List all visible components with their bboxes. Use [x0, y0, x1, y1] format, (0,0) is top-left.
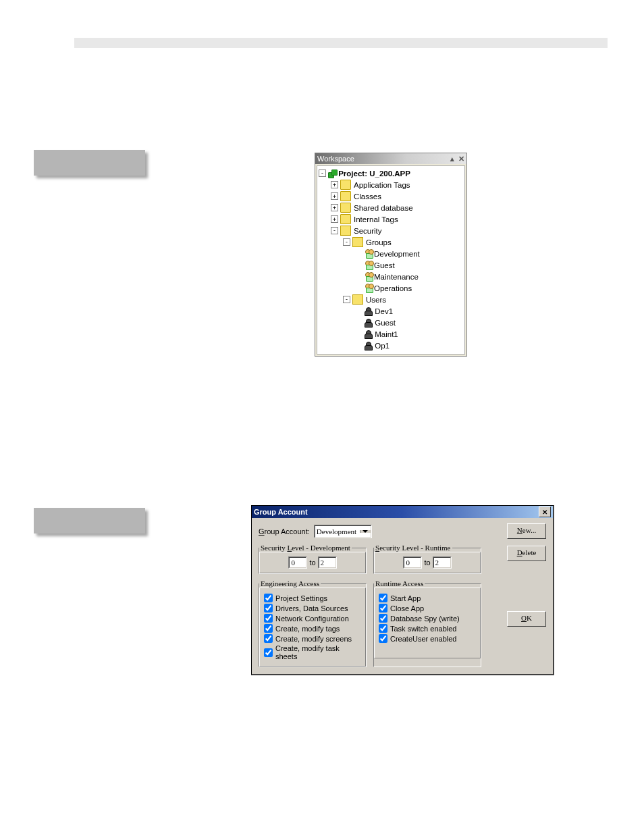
folder-icon	[340, 214, 351, 224]
expander-icon[interactable]: +	[331, 192, 338, 200]
tree-group[interactable]: Operations	[374, 284, 412, 292]
run-from-input[interactable]	[404, 557, 421, 568]
tree-item-groups[interactable]: Groups	[366, 238, 392, 246]
dev-from-input[interactable]	[289, 557, 306, 568]
tree-item-security[interactable]: Security	[354, 227, 382, 235]
tree-user[interactable]: Guest	[375, 319, 396, 327]
engineering-access-legend: Engineering Access	[259, 579, 321, 588]
chk-label: Create, modify tags	[275, 625, 340, 633]
folder-icon	[340, 180, 351, 190]
expander-icon[interactable]: -	[331, 227, 338, 234]
grey-badge-1	[34, 150, 145, 176]
tree-user[interactable]: Dev1	[375, 307, 393, 315]
group-icon	[364, 284, 374, 292]
workspace-titlebar: Workspace ▴ ✕	[315, 153, 466, 164]
chk-db-spy[interactable]	[379, 614, 387, 623]
group-icon	[364, 261, 374, 269]
folder-open-icon	[352, 237, 363, 247]
expander-icon[interactable]: -	[343, 238, 350, 246]
tree-group[interactable]: Guest	[374, 261, 395, 269]
chk-label: Create, modify task sheets	[275, 644, 361, 660]
chk-label: Network Configuration	[275, 615, 349, 623]
chk-network-config[interactable]	[264, 614, 273, 623]
close-button[interactable]: ✕	[539, 506, 551, 517]
tree-group[interactable]: Maintenance	[374, 273, 419, 281]
workspace-tree[interactable]: - Project: U_200.APP +Application Tags +…	[317, 165, 465, 355]
tree-item-users[interactable]: Users	[366, 296, 386, 304]
tree-item[interactable]: Application Tags	[354, 181, 410, 189]
workspace-window: Workspace ▴ ✕ - Project: U_200.APP +Appl…	[315, 153, 467, 357]
grey-badge-2	[34, 508, 145, 533]
chk-create-tasksheets[interactable]	[264, 648, 273, 657]
user-icon	[364, 307, 373, 315]
dropdown-icon[interactable]	[360, 530, 371, 533]
top-grey-bar	[74, 38, 608, 48]
workspace-title: Workspace	[317, 155, 354, 163]
tree-item[interactable]: Classes	[354, 192, 381, 201]
chk-label: Drivers, Data Sources	[275, 604, 348, 613]
tree-item[interactable]: Internal Tags	[354, 215, 398, 224]
group-account-label: Group Account:	[259, 527, 310, 536]
new-button[interactable]: New...	[507, 523, 546, 539]
security-level-run-legend: Security Level - Runtime	[374, 544, 452, 552]
chk-create-user[interactable]	[379, 634, 387, 643]
runtime-access-group: Runtime Access Start App Close App Datab…	[373, 579, 481, 667]
chk-label: CreateUser enabled	[390, 635, 456, 643]
chk-drivers[interactable]	[264, 604, 273, 613]
group-account-dialog: Group Account ✕ Group Account: New... De…	[251, 505, 554, 675]
chk-label: Project Settings	[275, 594, 327, 602]
chk-task-switch[interactable]	[379, 624, 387, 633]
engineering-access-group: Engineering Access Project Settings Driv…	[259, 579, 367, 667]
folder-icon	[340, 191, 351, 201]
expander-icon[interactable]: -	[343, 296, 350, 303]
chk-label: Create, modify screens	[275, 635, 352, 643]
group-account-combo[interactable]	[314, 525, 372, 538]
group-icon	[364, 272, 374, 281]
security-level-run-group: Security Level - Runtime to	[373, 544, 481, 574]
group-icon	[364, 249, 374, 258]
tree-user[interactable]: Maint1	[375, 330, 398, 338]
user-icon	[364, 319, 373, 327]
chk-create-tags[interactable]	[264, 624, 273, 633]
expander-icon[interactable]: +	[331, 204, 338, 211]
chk-label: Database Spy (write)	[390, 615, 460, 623]
chk-start-app[interactable]	[379, 594, 387, 602]
pin-icon[interactable]: ▴	[450, 155, 454, 163]
project-icon	[328, 170, 336, 178]
user-icon	[364, 342, 373, 350]
range-to-label: to	[309, 558, 315, 567]
expander-icon[interactable]: +	[331, 181, 338, 188]
run-to-input[interactable]	[433, 557, 451, 568]
dev-to-input[interactable]	[319, 557, 336, 568]
project-label[interactable]: Project: U_200.APP	[338, 170, 410, 178]
user-icon	[364, 330, 373, 338]
dialog-title: Group Account	[254, 508, 308, 516]
folder-icon	[340, 203, 351, 213]
delete-button[interactable]: Delete	[507, 546, 546, 561]
runtime-access-legend: Runtime Access	[374, 579, 425, 588]
close-icon[interactable]: ✕	[458, 155, 464, 163]
folder-open-icon	[340, 226, 351, 236]
ok-button[interactable]: OK	[507, 611, 546, 627]
expander-icon[interactable]: +	[331, 215, 338, 223]
chk-close-app[interactable]	[379, 604, 387, 613]
group-account-value[interactable]	[315, 527, 360, 536]
security-level-dev-group: Security Level - Development to	[259, 544, 367, 574]
tree-item[interactable]: Shared database	[354, 204, 413, 212]
expander-icon[interactable]: -	[319, 170, 326, 177]
chk-create-screens[interactable]	[264, 634, 273, 643]
tree-user[interactable]: Op1	[375, 342, 390, 350]
chk-label: Start App	[390, 594, 421, 602]
tree-group[interactable]: Development	[374, 250, 420, 258]
chk-project-settings[interactable]	[264, 594, 273, 602]
chk-label: Task switch enabled	[390, 625, 456, 633]
range-to-label: to	[424, 558, 430, 567]
chk-label: Close App	[390, 604, 424, 613]
dialog-titlebar: Group Account ✕	[252, 506, 553, 518]
folder-open-icon	[352, 294, 363, 305]
security-level-dev-legend: Security Level - Development	[259, 544, 352, 552]
